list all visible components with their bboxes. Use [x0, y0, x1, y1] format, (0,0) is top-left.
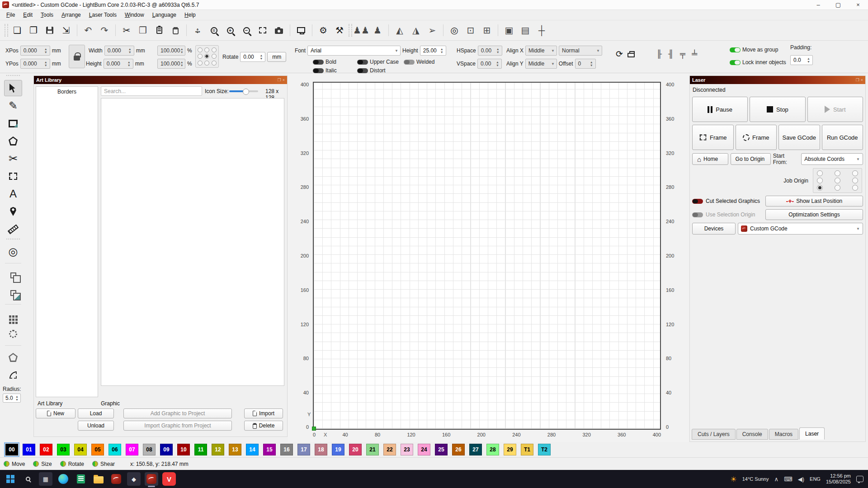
- toolbar-separator[interactable]: [75, 23, 79, 37]
- delete-icon[interactable]: [168, 23, 183, 38]
- palette-swatch[interactable]: 06: [108, 444, 121, 455]
- user-icon[interactable]: ♟: [370, 23, 385, 38]
- lock-inner-objects-toggle[interactable]: [730, 60, 741, 65]
- frame-circle-button[interactable]: Frame: [736, 125, 777, 150]
- palette-swatch[interactable]: 07: [126, 444, 138, 455]
- cut-selected-toggle[interactable]: [692, 199, 703, 204]
- palette-swatch[interactable]: 12: [212, 444, 224, 455]
- tools-grip[interactable]: [6, 239, 20, 242]
- upper-case-toggle[interactable]: [357, 60, 368, 65]
- edit-nodes-tool[interactable]: ✂: [4, 150, 22, 167]
- boolean-ops-tool[interactable]: [4, 285, 22, 301]
- origin-radio[interactable]: [198, 54, 203, 59]
- open-file-icon[interactable]: ❐: [26, 23, 41, 38]
- offset-shapes-tool[interactable]: ◎: [4, 244, 22, 260]
- job-origin-radio[interactable]: [817, 185, 823, 191]
- job-origin-radio[interactable]: [817, 170, 823, 176]
- art-library-folder-list[interactable]: Borders: [36, 86, 98, 397]
- pause-button[interactable]: Pause: [692, 97, 748, 122]
- weld-shapes-tool[interactable]: [4, 267, 22, 283]
- palette-swatch[interactable]: 22: [383, 444, 396, 455]
- welded-toggle[interactable]: [404, 60, 415, 65]
- height-field[interactable]: 0.000▲▼: [104, 59, 133, 69]
- delete-button[interactable]: Delete: [244, 421, 283, 431]
- palette-swatch[interactable]: 04: [74, 444, 87, 455]
- folder-item-borders[interactable]: Borders: [57, 89, 76, 95]
- palette-swatch[interactable]: 09: [160, 444, 173, 455]
- select-tool[interactable]: [4, 80, 22, 96]
- goto-origin-button[interactable]: Go to Origin: [731, 153, 771, 165]
- bold-toggle[interactable]: [313, 60, 324, 65]
- origin-radio[interactable]: [204, 54, 209, 59]
- height-percent-field[interactable]: 100.000▲▼: [157, 59, 185, 69]
- float-panel-icon[interactable]: ❐: [278, 78, 281, 82]
- copy-icon[interactable]: ❒: [136, 23, 150, 38]
- tray-keyboard-icon[interactable]: ⌨: [784, 476, 793, 483]
- palette-swatch[interactable]: 27: [469, 444, 482, 455]
- set-laser-position-icon[interactable]: ⊡: [463, 23, 478, 38]
- team-icon[interactable]: ♟♟: [354, 23, 368, 38]
- camera-icon[interactable]: [272, 23, 286, 38]
- clock[interactable]: 12:56 pm 15/08/2025: [826, 473, 851, 485]
- grid-array-tool[interactable]: [4, 308, 22, 324]
- language-indicator[interactable]: ENG: [810, 476, 821, 482]
- run-gcode-button[interactable]: Run GCode: [822, 125, 863, 150]
- circular-array-tool[interactable]: [4, 326, 22, 342]
- palette-swatch[interactable]: 02: [40, 444, 52, 455]
- radius-corners-tool[interactable]: [4, 367, 22, 383]
- menu-language[interactable]: Language: [149, 11, 180, 19]
- task-view-button[interactable]: ▦: [39, 472, 52, 486]
- tab-laser[interactable]: Laser: [799, 427, 825, 440]
- palette-swatch[interactable]: 08: [143, 444, 156, 455]
- menu-window[interactable]: Window: [121, 11, 148, 19]
- import-button[interactable]: Import: [244, 408, 283, 418]
- palette-swatch[interactable]: 29: [504, 444, 516, 455]
- palette-swatch[interactable]: 21: [366, 444, 379, 455]
- font-select[interactable]: Arial▼: [307, 46, 401, 56]
- toolbar-separator[interactable]: [184, 23, 189, 37]
- palette-swatch[interactable]: 14: [246, 444, 259, 455]
- rotate-field[interactable]: 0.00▲▼: [240, 52, 265, 62]
- palette-swatch[interactable]: 15: [263, 444, 276, 455]
- measure-tool[interactable]: [4, 221, 22, 237]
- float-panel-icon[interactable]: ❐: [856, 78, 859, 82]
- screen-capture-icon[interactable]: [294, 23, 308, 38]
- job-origin-radio[interactable]: [852, 185, 858, 191]
- zoom-out-icon[interactable]: −: [239, 23, 254, 38]
- toolbar-grip[interactable]: [349, 24, 352, 37]
- move-to-position-icon[interactable]: ┼: [534, 23, 549, 38]
- move-as-group-toggle[interactable]: [730, 47, 741, 52]
- palette-swatch[interactable]: 28: [486, 444, 499, 455]
- palette-swatch[interactable]: T1: [521, 444, 533, 455]
- palette-swatch[interactable]: T2: [538, 444, 551, 455]
- frame-selection-icon[interactable]: [255, 23, 270, 38]
- toolbar-separator[interactable]: [496, 23, 500, 37]
- job-origin-radio[interactable]: [852, 178, 858, 183]
- tray-chevron-icon[interactable]: ∧: [774, 476, 778, 483]
- paste-icon[interactable]: [152, 23, 166, 38]
- palette-swatch[interactable]: 03: [57, 444, 70, 455]
- icon-size-slider[interactable]: [229, 90, 258, 92]
- offset-field[interactable]: 0▲▼: [575, 59, 596, 69]
- radius-field[interactable]: 5.0▲▼: [3, 394, 21, 403]
- lightburn-app-active[interactable]: [145, 472, 158, 486]
- zoom-to-page-icon[interactable]: ≡: [207, 23, 221, 38]
- dock-top-icon[interactable]: ╤: [680, 50, 685, 59]
- distribute-h-icon[interactable]: ▣: [502, 23, 516, 38]
- start-from-select[interactable]: Absolute Coords▼: [801, 153, 863, 165]
- palette-swatch[interactable]: 10: [177, 444, 190, 455]
- palette-swatch[interactable]: 20: [349, 444, 362, 455]
- toolbar-separator[interactable]: [387, 23, 391, 37]
- dock-right-icon[interactable]: ╢: [668, 50, 674, 59]
- add-graphic-button[interactable]: Add Graphic to Project: [123, 408, 232, 418]
- tools-grip[interactable]: [6, 75, 20, 79]
- hspace-field[interactable]: 0.00▲▼: [478, 46, 502, 56]
- palette-swatch[interactable]: 13: [229, 444, 241, 455]
- dock-bottom-icon[interactable]: ╧: [692, 50, 697, 59]
- palette-swatch[interactable]: 25: [435, 444, 448, 455]
- tools-separator[interactable]: [3, 261, 23, 266]
- use-selection-origin-toggle[interactable]: [692, 212, 703, 217]
- device-settings-icon[interactable]: ⚒: [332, 23, 347, 38]
- toolbar-separator[interactable]: [113, 23, 118, 37]
- position-laser-tool[interactable]: [4, 203, 22, 220]
